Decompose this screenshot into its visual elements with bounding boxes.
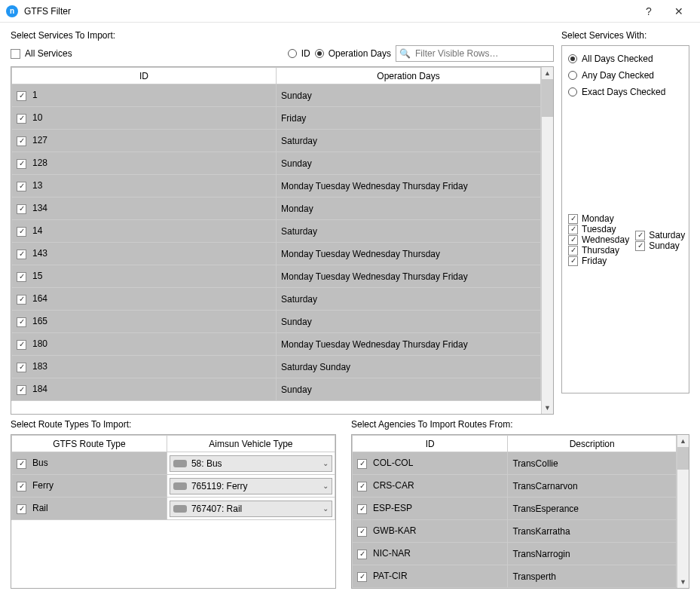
service-id: 13	[32, 180, 42, 191]
scroll-up-icon[interactable]: ▲	[542, 67, 553, 79]
services-table: ID Operation Days 1Sunday10Friday127Satu…	[11, 67, 541, 401]
service-row-checkbox[interactable]	[17, 204, 26, 214]
close-button[interactable]: ✕	[664, 5, 694, 17]
agency-desc: TransCollie	[508, 452, 677, 475]
thu-checkbox[interactable]	[568, 246, 578, 256]
scroll-down-icon[interactable]: ▼	[677, 576, 689, 588]
service-row-checkbox[interactable]	[17, 136, 26, 146]
route-types-table: GTFS Route Type Aimsun Vehicle Type Bus5…	[11, 435, 335, 520]
table-row[interactable]: 184Sunday	[12, 378, 541, 401]
col-aimsun-type[interactable]: Aimsun Vehicle Type	[167, 436, 335, 452]
agencies-scrollbar[interactable]: ▲ ▼	[677, 435, 689, 588]
fri-checkbox[interactable]	[568, 256, 578, 266]
table-row[interactable]: NIC-NARTransNarrogin	[353, 543, 677, 565]
service-row-checkbox[interactable]	[17, 340, 26, 350]
service-days: Sunday	[277, 378, 541, 401]
table-row[interactable]: GWB-KARTransKarratha	[353, 520, 677, 543]
table-row[interactable]: 128Sunday	[12, 152, 541, 175]
route-type-checkbox[interactable]	[17, 482, 26, 491]
agency-checkbox[interactable]	[357, 504, 367, 514]
table-row[interactable]: 127Saturday	[12, 130, 541, 152]
col-opdays[interactable]: Operation Days	[277, 68, 541, 84]
route-type-checkbox[interactable]	[17, 504, 26, 514]
wed-checkbox[interactable]	[568, 235, 578, 245]
vehicle-type-value: 767407: Rail	[191, 504, 242, 514]
col-gtfs-route-type[interactable]: GTFS Route Type	[12, 436, 167, 452]
filter-input[interactable]	[414, 47, 550, 60]
service-id: 15	[32, 271, 42, 281]
agency-id: GWB-KAR	[373, 525, 416, 536]
agency-checkbox[interactable]	[357, 550, 367, 559]
table-row[interactable]: 13Monday Tuesday Wednesday Thursday Frid…	[12, 175, 541, 197]
vehicle-type-combo[interactable]: 767407: Rail⌄	[170, 501, 332, 517]
help-button[interactable]: ?	[634, 5, 664, 17]
any-day-radio[interactable]	[568, 71, 577, 80]
table-row[interactable]: 15Monday Tuesday Wednesday Thursday Frid…	[12, 265, 541, 288]
table-row[interactable]: PAT-CIRTransperth	[353, 565, 677, 588]
scroll-thumb[interactable]	[542, 79, 553, 117]
table-row[interactable]: 1Sunday	[12, 84, 541, 107]
service-row-checkbox[interactable]	[17, 363, 26, 372]
all-days-radio[interactable]	[568, 54, 577, 63]
table-row[interactable]: 180Monday Tuesday Wednesday Thursday Fri…	[12, 333, 541, 356]
sun-checkbox[interactable]	[635, 241, 645, 251]
vehicle-type-combo[interactable]: 765119: Ferry⌄	[170, 478, 332, 494]
service-row-checkbox[interactable]	[17, 182, 26, 191]
thu-label: Thursday	[582, 245, 619, 256]
table-row[interactable]: Rail767407: Rail⌄	[12, 498, 335, 520]
service-row-checkbox[interactable]	[17, 114, 26, 124]
vehicle-icon	[173, 482, 187, 490]
service-id: 183	[32, 361, 47, 372]
service-row-checkbox[interactable]	[17, 250, 26, 259]
service-row-checkbox[interactable]	[17, 317, 26, 327]
tue-checkbox[interactable]	[568, 225, 578, 234]
service-id: 165	[32, 316, 47, 326]
scroll-thumb[interactable]	[677, 447, 689, 470]
service-id: 164	[32, 293, 47, 304]
vehicle-icon	[173, 505, 187, 513]
col-id[interactable]: ID	[12, 68, 277, 84]
agency-checkbox[interactable]	[357, 482, 367, 491]
table-row[interactable]: 134Monday	[12, 197, 541, 220]
agency-id: ESP-ESP	[373, 503, 412, 513]
service-row-checkbox[interactable]	[17, 295, 26, 305]
table-row[interactable]: 14Saturday	[12, 220, 541, 243]
table-row[interactable]: 183Saturday Sunday	[12, 356, 541, 378]
window-title: GTFS Filter	[24, 6, 634, 17]
col-agency-id[interactable]: ID	[353, 436, 508, 452]
exact-days-radio[interactable]	[568, 87, 577, 96]
all-services-checkbox[interactable]	[11, 49, 20, 59]
table-row[interactable]: 164Saturday	[12, 288, 541, 311]
search-by-id-radio[interactable]	[288, 49, 297, 58]
scroll-up-icon[interactable]: ▲	[677, 435, 689, 447]
table-row[interactable]: Bus58: Bus⌄	[12, 452, 335, 475]
table-row[interactable]: 143Monday Tuesday Wednesday Thursday	[12, 243, 541, 265]
col-agency-desc[interactable]: Description	[508, 436, 677, 452]
services-scrollbar[interactable]: ▲ ▼	[541, 67, 553, 414]
agency-checkbox[interactable]	[357, 459, 367, 469]
agency-checkbox[interactable]	[357, 527, 367, 537]
service-row-checkbox[interactable]	[17, 227, 26, 237]
table-row[interactable]: CRS-CARTransCarnarvon	[353, 475, 677, 498]
service-days: Monday Tuesday Wednesday Thursday Friday	[277, 333, 541, 356]
service-row-checkbox[interactable]	[17, 91, 26, 101]
service-row-checkbox[interactable]	[17, 159, 26, 169]
route-type-checkbox[interactable]	[17, 459, 26, 469]
service-id: 134	[32, 203, 47, 213]
vehicle-type-combo[interactable]: 58: Bus⌄	[170, 455, 332, 472]
service-row-checkbox[interactable]	[17, 272, 26, 282]
service-days: Saturday	[277, 288, 541, 311]
filter-search-box[interactable]: 🔍	[396, 45, 554, 62]
table-row[interactable]: 10Friday	[12, 107, 541, 130]
table-row[interactable]: ESP-ESPTransEsperance	[353, 498, 677, 520]
scroll-down-icon[interactable]: ▼	[542, 402, 553, 414]
sat-checkbox[interactable]	[635, 231, 645, 240]
search-by-opdays-radio[interactable]	[315, 49, 324, 58]
fri-label: Friday	[582, 256, 607, 266]
table-row[interactable]: COL-COLTransCollie	[353, 452, 677, 475]
service-row-checkbox[interactable]	[17, 385, 26, 395]
agency-checkbox[interactable]	[357, 572, 367, 582]
table-row[interactable]: 165Sunday	[12, 311, 541, 333]
table-row[interactable]: Ferry765119: Ferry⌄	[12, 475, 335, 498]
mon-checkbox[interactable]	[568, 214, 578, 224]
